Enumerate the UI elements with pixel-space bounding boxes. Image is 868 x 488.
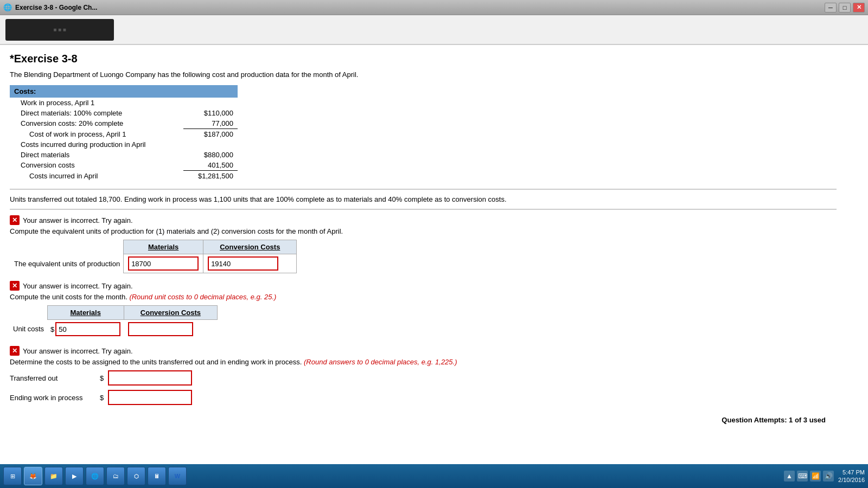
unit-conversion-input[interactable]	[128, 322, 193, 336]
error-text-3: Your answer is incorrect. Try again.	[23, 347, 133, 355]
title-bar-left: 🌐 Exercise 3-8 - Google Ch...	[3, 3, 97, 11]
unit-row: Unit costs $	[10, 320, 218, 339]
eq-materials-header: Materials	[124, 240, 203, 254]
instruction-2-note: (Round unit costs to 0 decimal places, e…	[129, 293, 276, 301]
table-row: Direct materials $880,000	[10, 150, 238, 160]
transferred-out-input[interactable]	[108, 370, 192, 386]
table-row: Work in process, April 1	[10, 98, 238, 108]
eq-row: The equivalent units of production	[10, 254, 297, 273]
eq-materials-input[interactable]	[128, 256, 199, 271]
row-label: Conversion costs: 20% complete	[10, 118, 183, 129]
unit-row-label: Unit costs	[10, 320, 47, 339]
row-amount	[183, 98, 238, 108]
title-bar: 🌐 Exercise 3-8 - Google Ch... ─ □ ✕	[0, 0, 868, 15]
browser-logo: ■ ■ ■	[5, 19, 114, 41]
divider	[10, 189, 837, 190]
row-amount: $880,000	[183, 150, 238, 160]
dollar-sign-4: $	[100, 394, 104, 402]
row-amount: 401,500	[183, 160, 238, 171]
instruction-3-note: (Round answers to 0 decimal places, e.g.…	[304, 358, 457, 366]
row-amount: 77,000	[183, 118, 238, 129]
instruction-3-text: Determine the costs to be assigned to th…	[10, 358, 302, 366]
ending-wip-label: Ending work in process	[10, 394, 97, 402]
unit-conversion-cell	[124, 320, 217, 339]
unit-costs-table: Materials Conversion Costs Unit costs $	[10, 305, 218, 338]
table-row: Costs incurred during production in Apri…	[10, 139, 238, 150]
units-description: Units transferred out totaled 18,700. En…	[10, 195, 837, 203]
transferred-out-row: Transferred out $	[10, 370, 837, 386]
instruction-2-text: Compute the unit costs for the month.	[10, 293, 127, 301]
page-icon: 🌐	[3, 3, 12, 11]
error-text-2: Your answer is incorrect. Try again.	[23, 282, 133, 290]
main-content: *Exercise 3-8 The Blending Department of…	[0, 45, 846, 432]
close-button[interactable]: ✕	[853, 3, 865, 12]
equivalent-units-table: Materials Conversion Costs The equivalen…	[10, 240, 297, 273]
row-label: Conversion costs	[10, 160, 183, 171]
row-label: Direct materials: 100% complete	[10, 108, 183, 118]
dollar-sign-1: $	[50, 325, 54, 333]
unit-materials-input[interactable]	[55, 322, 120, 336]
error-text-1: Your answer is incorrect. Try again.	[23, 216, 133, 224]
error-block-1: ✕ Your answer is incorrect. Try again.	[10, 215, 837, 225]
window-controls: ─ □ ✕	[825, 3, 865, 12]
instruction-1: Compute the equivalent units of producti…	[10, 227, 837, 235]
table-row: Conversion costs 401,500	[10, 160, 238, 171]
costs-table: Costs: Work in process, April 1 Direct m…	[10, 85, 238, 181]
page-title: *Exercise 3-8	[10, 53, 837, 65]
row-amount: $187,000	[183, 129, 238, 140]
row-amount: $110,000	[183, 108, 238, 118]
eq-materials-cell	[124, 254, 203, 273]
page-description: The Blending Department of Luongo Compan…	[10, 70, 837, 79]
instruction-3: Determine the costs to be assigned to th…	[10, 358, 837, 366]
error-icon-2: ✕	[10, 281, 20, 291]
error-icon-3: ✕	[10, 346, 20, 356]
table-row: Cost of work in process, April 1 $187,00…	[10, 129, 238, 140]
costs-header: Costs:	[10, 85, 238, 98]
error-icon-1: ✕	[10, 215, 20, 225]
row-amount: $1,281,500	[183, 171, 238, 182]
error-block-3: ✕ Your answer is incorrect. Try again.	[10, 346, 837, 356]
table-row: Direct materials: 100% complete $110,000	[10, 108, 238, 118]
maximize-button[interactable]: □	[839, 3, 851, 12]
divider2	[10, 209, 837, 210]
error-block-2: ✕ Your answer is incorrect. Try again.	[10, 281, 837, 291]
row-label: Costs incurred in April	[10, 171, 183, 182]
logo-placeholder: ■ ■ ■	[53, 27, 66, 33]
transferred-out-label: Transferred out	[10, 374, 97, 382]
row-label: Cost of work in process, April 1	[10, 129, 183, 140]
minimize-button[interactable]: ─	[825, 3, 837, 12]
ending-wip-input[interactable]	[108, 390, 192, 405]
table-row: Costs incurred in April $1,281,500	[10, 171, 238, 182]
unit-materials-header: Materials	[47, 306, 124, 320]
row-amount	[183, 139, 238, 150]
row-label: Direct materials	[10, 150, 183, 160]
unit-materials-cell: $	[47, 320, 124, 339]
eq-conversion-input[interactable]	[208, 256, 278, 271]
row-label: Work in process, April 1	[10, 98, 183, 108]
browser-toolbar: ■ ■ ■	[0, 15, 868, 45]
unit-conversion-header: Conversion Costs	[124, 306, 217, 320]
eq-conversion-header: Conversion Costs	[203, 240, 297, 254]
ending-wip-row: Ending work in process $	[10, 390, 837, 405]
question-attempts: Question Attempts: 1 of 3 used	[10, 416, 837, 424]
dollar-sign-3: $	[100, 374, 104, 382]
eq-conversion-cell	[203, 254, 297, 273]
instruction-2: Compute the unit costs for the month. (R…	[10, 293, 837, 301]
eq-row-label: The equivalent units of production	[10, 254, 124, 273]
window-title: Exercise 3-8 - Google Ch...	[15, 4, 97, 11]
row-label: Costs incurred during production in Apri…	[10, 139, 183, 150]
table-row: Conversion costs: 20% complete 77,000	[10, 118, 238, 129]
